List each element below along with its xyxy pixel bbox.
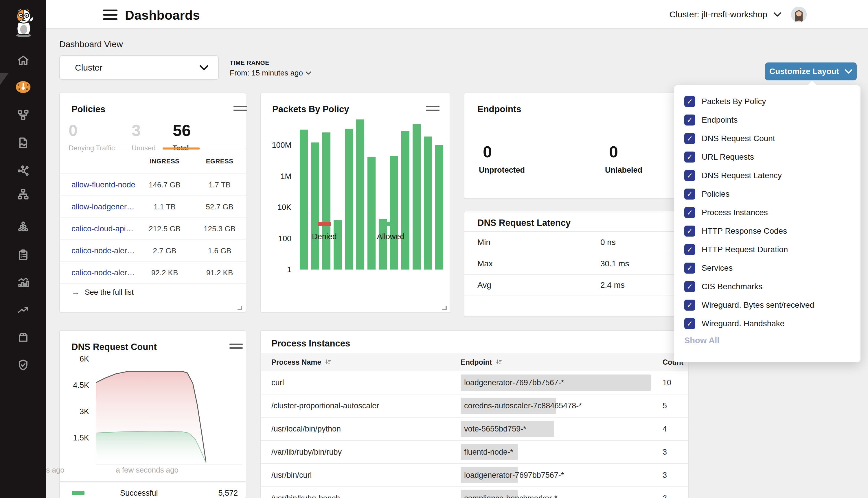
dns-count-card-title: DNS Request Count [72,342,157,352]
policy-link[interactable]: calico-node-alertmana… [60,246,136,255]
process-count: 3 [663,471,688,480]
security-icon [17,358,29,371]
see-full-list-link[interactable]: → See the full list [72,287,134,297]
menu-item-cis-benchmarks[interactable]: ✓CIS Benchmarks [674,277,860,296]
process-table-row: /usr/bin/curlloadgenerator-7697bb7567-*3 [261,464,688,487]
process-table-row: curlloadgenerator-7697bb7567-*10 [261,371,688,394]
checkbox-checked-icon[interactable]: ✓ [684,133,695,144]
egress-value: 52.7 GB [194,202,246,211]
dashboard-view-value: Cluster [75,63,102,73]
policies-card: Policies 0Denying Traffic3Unused56Total … [59,93,246,313]
sort-icon [495,358,502,366]
policy-link[interactable]: calico-cloud-apiserver-… [60,224,136,233]
policies-card-title: Policies [72,104,105,115]
ingress-value: 2.7 GB [136,246,194,255]
sidebar-item-service-graph[interactable] [0,106,46,124]
menu-icon[interactable] [103,10,117,20]
sidebar-item-trends[interactable] [0,300,46,319]
time-range-value[interactable]: From: 15 minutes ago [230,68,311,78]
menu-item-http-request-duration[interactable]: ✓HTTP Request Duration [674,240,860,259]
policy-link[interactable]: allow-loadgenerator [60,202,136,211]
sidebar [0,0,46,498]
drag-handle-icon[interactable] [233,106,247,113]
policies-stat-denying-traffic[interactable]: 0Denying Traffic [68,122,115,152]
latency-value: 30.1 ms [600,259,629,268]
sidebar-item-policies[interactable] [0,133,46,153]
successful-legend-value: 5,572 [218,489,238,498]
unlabeled-label: Unlabeled [605,166,642,175]
menu-notch [807,81,817,91]
archive-icon [17,331,29,343]
dashboard-view-select[interactable]: Cluster [59,55,219,80]
checkbox-checked-icon[interactable]: ✓ [684,96,695,107]
customize-layout-button[interactable]: Customize Layout [765,63,857,80]
menu-item-dns-request-count[interactable]: ✓DNS Request Count [674,129,860,148]
resize-handle[interactable] [442,306,447,310]
svg-text:10K: 10K [277,203,292,212]
menu-item-dns-request-latency[interactable]: ✓DNS Request Latency [674,166,860,185]
svg-text:1M: 1M [280,172,292,181]
trends-icon [17,303,29,316]
sidebar-item-endpoints[interactable] [0,218,46,237]
checkbox-checked-icon[interactable]: ✓ [684,207,695,218]
process-name-column-header[interactable]: Process Name [271,358,461,366]
checkbox-checked-icon[interactable]: ✓ [684,244,695,255]
endpoint-name: compliance-benchmarker-* [464,494,558,498]
sidebar-item-compliance[interactable] [0,245,46,264]
calico-cat-logo [9,6,39,38]
menu-item-process-instances[interactable]: ✓Process Instances [674,203,860,222]
chevron-down-icon [200,65,208,70]
sidebar-item-dashboard-gauge[interactable] [0,78,46,96]
sort-icon [325,358,332,366]
process-table-header: Process Name Endpoint Count [261,353,688,371]
menu-item-wireguard-handshake[interactable]: ✓Wireguard. Handshake [674,314,860,333]
sidebar-item-security[interactable] [0,355,46,375]
sidebar-item-reports[interactable] [0,273,46,292]
chevron-down-icon [845,69,852,74]
sidebar-item-home[interactable] [0,51,46,70]
resize-handle[interactable] [237,306,242,310]
checkbox-checked-icon[interactable]: ✓ [684,318,695,329]
endpoints-icon [17,221,29,233]
show-all-link[interactable]: Show All [684,336,719,345]
process-name: /usr/bin/kube-bench [271,494,461,498]
cluster-selector[interactable]: Cluster: jlt-msft-workshop [670,0,781,29]
checkbox-checked-icon[interactable]: ✓ [684,188,695,199]
policy-table-row: calico-cloud-apiserver-…212.5 GB125.3 GB [60,218,246,240]
policies-stat-unused[interactable]: 3Unused [132,122,156,152]
checkbox-checked-icon[interactable]: ✓ [684,281,695,292]
egress-value: 1.6 GB [194,246,246,255]
latency-value: 2.4 ms [600,280,625,290]
checkbox-checked-icon[interactable]: ✓ [684,226,695,237]
checkbox-checked-icon[interactable]: ✓ [684,115,695,126]
policy-link[interactable]: allow-fluentd-node [60,181,136,189]
sidebar-item-sitemap[interactable] [0,185,46,204]
menu-item-http-response-codes[interactable]: ✓HTTP Response Codes [674,222,860,240]
menu-item-policies[interactable]: ✓Policies [674,185,860,203]
dashboard-gauge-icon [15,80,31,94]
process-name: /usr/bin/curl [271,471,461,480]
menu-item-services[interactable]: ✓Services [674,259,860,277]
menu-item-wireguard-bytes-sent-received[interactable]: ✓Wireguard. Bytes sent/received [674,296,860,314]
sidebar-item-archive[interactable] [0,328,46,347]
checkbox-checked-icon[interactable]: ✓ [684,152,695,162]
menu-item-endpoints[interactable]: ✓Endpoints [674,111,860,129]
menu-item-url-requests[interactable]: ✓URL Requests [674,148,860,166]
process-table-row: /cluster-proportional-autoscalercoredns-… [261,394,688,418]
checkbox-checked-icon[interactable]: ✓ [684,300,695,311]
policy-link[interactable]: calico-node-alertmana… [60,268,136,277]
unprotected-count: 0 [483,142,525,161]
checkbox-checked-icon[interactable]: ✓ [684,263,695,274]
policies-table-header: INGRESS EGRESS [60,149,246,174]
checkbox-checked-icon[interactable]: ✓ [684,170,695,181]
sitemap-icon [17,188,29,201]
cluster-selector-label: Cluster: jlt-msft-workshop [670,10,767,19]
menu-item-packets-by-policy[interactable]: ✓Packets By Policy [674,92,860,111]
endpoint-column-header[interactable]: Endpoint [461,358,663,366]
drag-handle-icon[interactable] [230,343,243,351]
avatar[interactable] [791,6,807,22]
dns-latency-card-title: DNS Request Latency [477,218,571,228]
successful-legend-swatch [72,491,85,495]
process-name: curl [271,378,461,387]
sidebar-item-connections[interactable] [0,161,46,181]
